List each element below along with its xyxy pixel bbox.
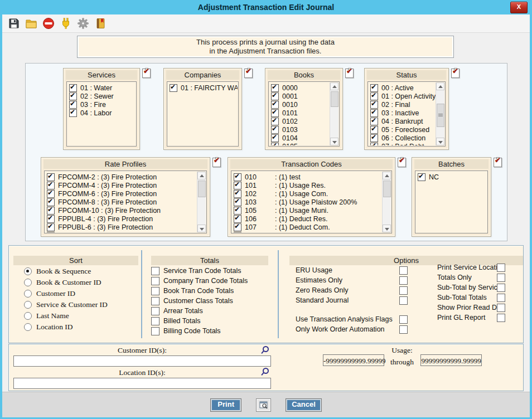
item-checkbox[interactable]: [47, 215, 55, 223]
item-checkbox[interactable]: [370, 101, 378, 109]
checkbox[interactable]: [151, 297, 159, 305]
customer-ids-input[interactable]: [13, 355, 271, 367]
totals-checkbox-row[interactable]: Service Tran Code Totals: [151, 266, 248, 276]
list-item[interactable]: 0010: [271, 100, 330, 109]
list-item[interactable]: 103: (1) Usage Plaistow 200%: [234, 198, 382, 206]
item-checkbox[interactable]: [69, 101, 77, 109]
item-checkbox[interactable]: [271, 109, 279, 117]
checkbox[interactable]: [399, 286, 408, 295]
list-item[interactable]: 106: (1) Deduct Res.: [234, 215, 382, 223]
sort-radio-row[interactable]: Customer ID: [24, 288, 108, 299]
scroll-up-arrow[interactable]: [330, 82, 338, 90]
list-item[interactable]: 04 : Bankrupt: [370, 117, 436, 125]
list-item[interactable]: 0000: [271, 84, 330, 92]
list-item[interactable]: 010: (1) test: [234, 173, 382, 181]
radio-button[interactable]: [24, 323, 32, 331]
sort-radio-row[interactable]: Book & Sequence: [24, 266, 108, 277]
list-item[interactable]: 03 : Inactive: [370, 109, 436, 117]
item-checkbox[interactable]: [370, 143, 378, 146]
item-checkbox[interactable]: [370, 109, 378, 117]
item-checkbox[interactable]: [234, 198, 241, 206]
option-row[interactable]: Show Prior Read Date: [437, 303, 505, 313]
checkbox[interactable]: [497, 264, 505, 272]
list-item[interactable]: 06 : Collection: [370, 134, 436, 142]
totals-checkbox-row[interactable]: Billed Totals: [151, 316, 248, 326]
list-item[interactable]: 03 : Fire: [69, 100, 136, 109]
option-row[interactable]: Print GL Report: [437, 313, 505, 323]
radio-button[interactable]: [24, 301, 32, 309]
checkbox[interactable]: [151, 327, 159, 335]
checkbox[interactable]: [497, 304, 505, 312]
list-item[interactable]: 01 : Water: [69, 84, 136, 92]
item-checkbox[interactable]: [234, 207, 241, 215]
item-checkbox[interactable]: [271, 143, 279, 146]
list-item[interactable]: FPPUBL-8 : (3) Fire Protection: [47, 231, 197, 232]
item-checkbox[interactable]: [370, 84, 378, 92]
option-row[interactable]: Estimates Only: [296, 275, 408, 285]
item-checkbox[interactable]: [234, 190, 241, 198]
totals-checkbox-row[interactable]: Customer Class Totals: [151, 296, 248, 306]
scroll-down-arrow[interactable]: [383, 225, 391, 232]
list-item[interactable]: 0101: [271, 109, 330, 117]
sort-radio-row[interactable]: Book & Customer ID: [24, 277, 108, 288]
check-all-icon[interactable]: [345, 69, 354, 78]
item-checkbox[interactable]: [47, 223, 55, 231]
option-row[interactable]: Sub-Total Totals: [437, 293, 505, 303]
item-checkbox[interactable]: [47, 198, 55, 206]
status-list[interactable]: 00 : Active01 : Open Activity02 : Final0…: [367, 81, 446, 147]
preview-button[interactable]: [256, 398, 271, 412]
item-checkbox[interactable]: [418, 173, 425, 181]
list-item[interactable]: NC: [418, 173, 487, 181]
item-checkbox[interactable]: [271, 101, 279, 109]
option-row[interactable]: Only Work Order Automation: [296, 324, 408, 334]
list-item[interactable]: FPCOMM-2 : (3) Fire Protection: [47, 173, 197, 181]
item-checkbox[interactable]: [69, 92, 77, 100]
scroll-up-arrow[interactable]: [436, 82, 444, 90]
list-item[interactable]: 04 : Labor: [69, 109, 136, 117]
scrollbar[interactable]: [436, 82, 444, 145]
usage-to-field[interactable]: 99999999999.99999: [420, 354, 482, 366]
totals-checkbox-row[interactable]: Billing Code Totals: [151, 326, 248, 336]
radio-button[interactable]: [24, 290, 32, 298]
scroll-thumb[interactable]: [437, 104, 444, 127]
totals-checkbox-row[interactable]: Book Tran Code Totals: [151, 286, 248, 296]
item-checkbox[interactable]: [47, 182, 55, 189]
scrollbar[interactable]: [382, 172, 391, 232]
plug-icon[interactable]: [60, 17, 72, 30]
item-checkbox[interactable]: [271, 118, 279, 125]
item-checkbox[interactable]: [234, 182, 241, 189]
sort-radio-row[interactable]: Service & Customer ID: [24, 299, 108, 310]
radio-button[interactable]: [24, 279, 32, 286]
checkbox[interactable]: [399, 296, 408, 305]
item-checkbox[interactable]: [370, 126, 378, 134]
scrollbar[interactable]: [197, 172, 206, 232]
checkbox[interactable]: [399, 325, 408, 334]
item-checkbox[interactable]: [234, 223, 241, 231]
list-item[interactable]: 01 : FAIRCITY WAT: [170, 84, 238, 92]
list-item[interactable]: 01 : Open Activity: [370, 92, 436, 100]
list-item[interactable]: FPCOMM-6 : (3) Fire Protection: [47, 189, 197, 198]
checkbox[interactable]: [151, 277, 159, 285]
item-checkbox[interactable]: [370, 134, 378, 142]
checkbox[interactable]: [399, 266, 408, 275]
journal-book-icon[interactable]: [94, 17, 107, 30]
item-checkbox[interactable]: [69, 84, 77, 92]
checkbox[interactable]: [399, 276, 408, 285]
scroll-down-arrow[interactable]: [197, 225, 206, 232]
totals-checkbox-row[interactable]: Company Tran Code Totals: [151, 276, 248, 286]
batches-list[interactable]: NC: [415, 170, 488, 233]
list-item[interactable]: 07 : Bad Debt: [370, 142, 436, 145]
list-item[interactable]: 107: (1) Deduct Com.: [234, 223, 382, 231]
item-checkbox[interactable]: [234, 215, 241, 223]
check-all-icon[interactable]: [212, 158, 221, 167]
stop-icon[interactable]: [42, 17, 55, 30]
list-item[interactable]: 00 : Active: [370, 84, 436, 92]
settings-gear-icon[interactable]: [77, 17, 89, 30]
option-row[interactable]: Standard Journal: [296, 295, 408, 305]
checkbox[interactable]: [497, 284, 505, 292]
rate-profiles-list[interactable]: FPCOMM-2 : (3) Fire ProtectionFPCOMM-4 :…: [44, 170, 207, 233]
option-row[interactable]: Sub-Total by Service: [437, 282, 505, 293]
item-checkbox[interactable]: [271, 92, 279, 100]
option-row[interactable]: Zero Reads Only: [296, 285, 408, 295]
scroll-up-arrow[interactable]: [383, 172, 391, 179]
